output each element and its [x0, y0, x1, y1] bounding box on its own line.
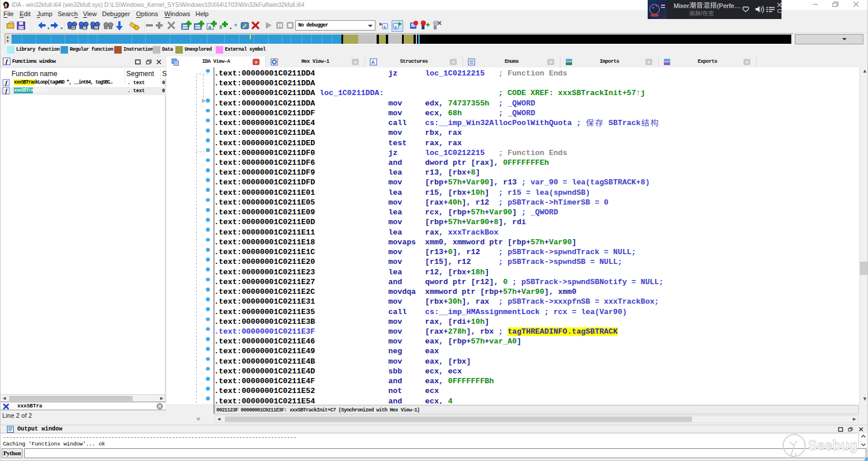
svg-text:c: c — [394, 24, 397, 29]
svg-text:*: * — [234, 22, 238, 31]
svg-text:101: 101 — [95, 26, 100, 29]
svg-text:c: c — [384, 24, 386, 29]
svg-text:T: T — [84, 26, 87, 29]
